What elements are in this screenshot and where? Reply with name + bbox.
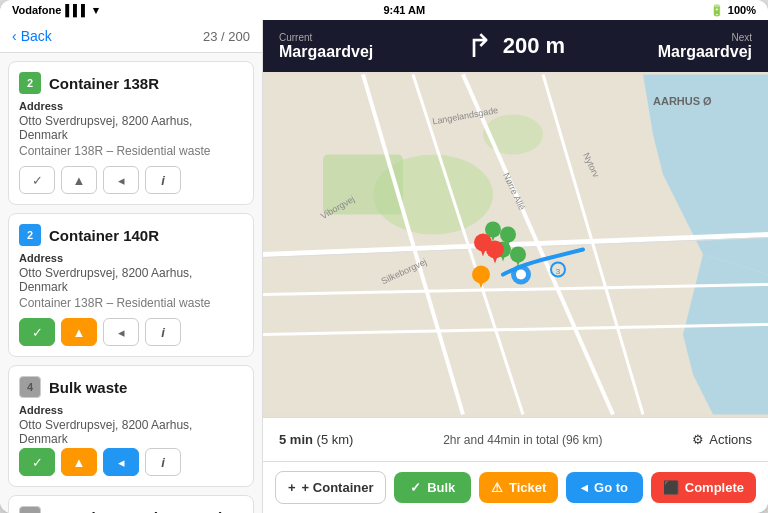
bulk-button[interactable]: ✓ Bulk	[394, 472, 470, 503]
gear-icon: ⚙	[692, 432, 704, 447]
back-button[interactable]: ‹ Back	[12, 28, 52, 44]
travel-distance: (5 km)	[317, 432, 354, 447]
info-button[interactable]: i	[145, 166, 181, 194]
goto-label: Go to	[594, 480, 628, 495]
address-label: Address	[19, 252, 243, 264]
stop-card-header: 2 Container 138R	[19, 72, 243, 94]
stop-badge: 2	[19, 224, 41, 246]
svg-text:3: 3	[556, 267, 561, 276]
status-right: 🔋 100%	[710, 4, 756, 17]
stop-title: Container 005 (+3 stops)	[49, 509, 224, 514]
stop-list: 2 Container 138R Address Otto Sverdrupsv…	[0, 53, 262, 513]
action-buttons: ✓ ▲ ◂ i	[19, 318, 243, 346]
nav-next-section: Next Margaardvej	[658, 32, 752, 61]
upload-button[interactable]: ▲	[61, 318, 97, 346]
map-svg: Viborgvej Silkeborgvej Nørre Allé Nytorv…	[263, 72, 768, 417]
stop-address: Otto Sverdrupsvej, 8200 Aarhus, Denmark	[19, 114, 243, 142]
map-bottom-bar: 5 min (5 km) 2hr and 44min in total (96 …	[263, 417, 768, 461]
status-left: Vodafone ▌▌▌ ▾	[12, 4, 99, 17]
navigate-arrow-icon: ◂	[581, 480, 588, 495]
address-label: Address	[19, 404, 243, 416]
bulk-check-icon: ✓	[410, 480, 421, 495]
right-panel: Current Margaardvej ↱ 200 m Next Margaar…	[263, 20, 768, 513]
pagination-label: 23 / 200	[203, 29, 250, 44]
info-button[interactable]: i	[145, 318, 181, 346]
upload-button[interactable]: ▲	[61, 166, 97, 194]
left-panel: ‹ Back 23 / 200 2 Container 138R Address…	[0, 20, 263, 513]
goto-button[interactable]: ◂ Go to	[566, 472, 642, 503]
address-label: Address	[19, 100, 243, 112]
add-container-label: + Container	[302, 480, 374, 495]
back-label: Back	[21, 28, 52, 44]
plus-icon: +	[288, 480, 296, 495]
carrier-label: Vodafone	[12, 4, 61, 16]
nav-current-street: Margaardvej	[279, 43, 373, 61]
complete-label: Complete	[685, 480, 744, 495]
actions-button[interactable]: ⚙ Actions	[692, 432, 752, 447]
nav-next-label: Next	[658, 32, 752, 43]
wifi-icon: ▾	[93, 4, 99, 17]
stop-card-header: 4 Bulk waste	[19, 376, 243, 398]
map-area[interactable]: Viborgvej Silkeborgvej Nørre Allé Nytorv…	[263, 72, 768, 417]
stop-icon: ⬛	[663, 480, 679, 495]
ticket-label: Ticket	[509, 480, 546, 495]
nav-current-section: Current Margaardvej	[279, 32, 373, 61]
navigate-button[interactable]: ◂	[103, 318, 139, 346]
time-info: 5 min (5 km)	[279, 432, 353, 447]
total-info: 2hr and 44min in total (96 km)	[443, 433, 602, 447]
check-button[interactable]: ✓	[19, 448, 55, 476]
main-content: ‹ Back 23 / 200 2 Container 138R Address…	[0, 20, 768, 513]
svg-text:AARHUS Ø: AARHUS Ø	[653, 95, 712, 107]
check-button[interactable]: ✓	[19, 318, 55, 346]
status-time: 9:41 AM	[383, 4, 425, 16]
actions-label: Actions	[709, 432, 752, 447]
ticket-button[interactable]: ⚠ Ticket	[479, 472, 558, 503]
navigate-button[interactable]: ◂	[103, 448, 139, 476]
add-container-button[interactable]: + + Container	[275, 471, 386, 504]
stop-badge: 8	[19, 506, 41, 513]
stop-title: Bulk waste	[49, 379, 127, 396]
panel-header: ‹ Back 23 / 200	[0, 20, 262, 53]
bulk-label: Bulk	[427, 480, 455, 495]
action-buttons: ✓ ▲ ◂ i	[19, 166, 243, 194]
stop-title: Container 140R	[49, 227, 159, 244]
battery-icon: 🔋	[710, 4, 724, 17]
nav-distance: 200 m	[503, 33, 565, 59]
svg-point-3	[483, 115, 543, 155]
stop-card: 2 Container 138R Address Otto Sverdrupsv…	[8, 61, 254, 205]
stop-badge: 2	[19, 72, 41, 94]
battery-label: 100%	[728, 4, 756, 16]
stop-address: Otto Sverdrupsvej, 8200 Aarhus, Denmark	[19, 266, 243, 294]
stop-card: 2 Container 140R Address Otto Sverdrupsv…	[8, 213, 254, 357]
travel-time: 5 min	[279, 432, 313, 447]
stop-type: Container 138R – Residential waste	[19, 296, 243, 310]
stop-card: 8 Container 005 (+3 stops) Group 8701 Ad…	[8, 495, 254, 513]
nav-turn-arrow-icon: ↱	[466, 27, 493, 65]
action-buttons: ✓ ▲ ◂ i	[19, 448, 243, 476]
check-button[interactable]: ✓	[19, 166, 55, 194]
stop-address: Otto Sverdrupsvej, 8200 Aarhus, Denmark	[19, 418, 243, 446]
nav-next-street: Margaardvej	[658, 43, 752, 61]
stop-type: Container 138R – Residential waste	[19, 144, 243, 158]
status-bar: Vodafone ▌▌▌ ▾ 9:41 AM 🔋 100%	[0, 0, 768, 20]
signal-icon: ▌▌▌	[65, 4, 88, 16]
upload-button[interactable]: ▲	[61, 448, 97, 476]
stop-card-header: 8 Container 005 (+3 stops)	[19, 506, 243, 513]
complete-button[interactable]: ⬛ Complete	[651, 472, 756, 503]
warning-icon: ⚠	[491, 480, 503, 495]
info-button[interactable]: i	[145, 448, 181, 476]
navigation-bar: Current Margaardvej ↱ 200 m Next Margaar…	[263, 20, 768, 72]
nav-arrow-section: ↱ 200 m	[385, 27, 645, 65]
nav-current-label: Current	[279, 32, 373, 43]
stop-badge: 4	[19, 376, 41, 398]
back-chevron-icon: ‹	[12, 28, 17, 44]
stop-card: 4 Bulk waste Address Otto Sverdrupsvej, …	[8, 365, 254, 487]
bottom-action-bar: + + Container ✓ Bulk ⚠ Ticket ◂ Go to ⬛	[263, 461, 768, 513]
navigate-button[interactable]: ◂	[103, 166, 139, 194]
stop-title: Container 138R	[49, 75, 159, 92]
stop-card-header: 2 Container 140R	[19, 224, 243, 246]
